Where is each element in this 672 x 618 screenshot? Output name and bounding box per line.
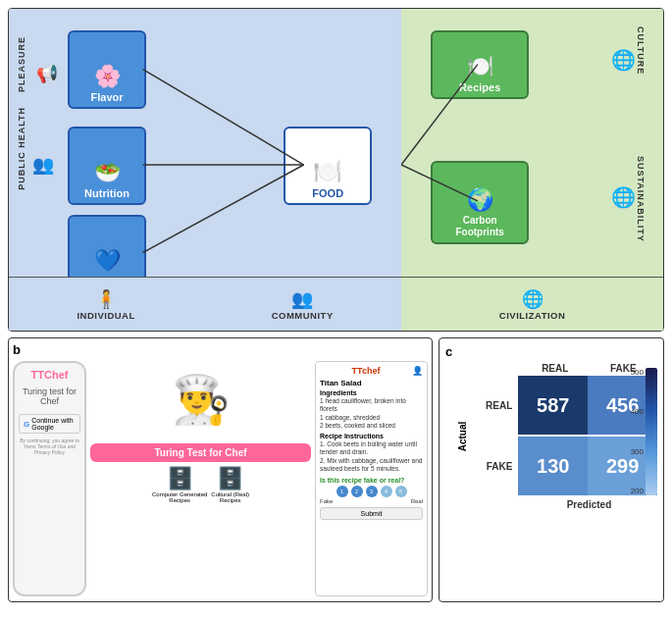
culture-label: CULTURE [636, 26, 646, 75]
fine-print: By continuing, you agree to Yamo Terms o… [19, 438, 80, 455]
recipes-node: 🍽️ Recipes [431, 30, 529, 99]
panel-a-right: CULTURE SUSTAINABILITY 🌐 🌐 🍽️ Recipes 🌍 … [401, 9, 663, 331]
recipes-icon: 🍽️ [467, 54, 493, 79]
phone-mockup: TTChef Turing test for Chef G Continue w… [13, 361, 86, 596]
panel-b-label: b [13, 342, 428, 357]
chef-emoji: 👨‍🍳 [172, 373, 231, 428]
colorbar-300: 300 [631, 447, 644, 456]
panel-c: c Actual REAL FAKE REAL 587 456 FAKE [439, 337, 664, 602]
phone-tagline: Turing test for Chef [19, 386, 80, 406]
actual-label: Actual [457, 422, 468, 452]
recipe-title: Titan Salad [320, 379, 423, 387]
chef-illustration: 👨‍🍳 [90, 361, 311, 439]
colorbar-500: 500 [631, 368, 644, 377]
instructions-label: Recipe Instructions [320, 433, 423, 439]
rating-dot-3[interactable]: 3 [366, 486, 378, 497]
svg-line-0 [143, 70, 304, 165]
rating-dot-4[interactable]: 4 [381, 486, 392, 497]
globe-culture-icon: 🌐 [611, 48, 636, 72]
panel-bc: b TTChef Turing test for Chef G Continue… [8, 337, 664, 602]
flavor-icon: 🌸 [94, 64, 121, 89]
fake-real-labels: Fake Real [320, 498, 423, 504]
cg-db: 🗄️ Computer Generated Recipes [152, 466, 207, 503]
community-icon: 👥 [291, 288, 313, 310]
confusion-matrix-wrapper: Actual REAL FAKE REAL 587 456 FAKE 130 2… [445, 363, 657, 510]
row-label-fake: FAKE [467, 461, 518, 472]
rating-dot-1[interactable]: 1 [336, 486, 348, 497]
svg-line-2 [143, 165, 304, 252]
google-btn[interactable]: G Continue with Google [19, 414, 80, 434]
carbon-node: 🌍 Carbon Footprints [431, 161, 529, 244]
colorbar-gradient [646, 368, 657, 495]
google-g-icon: G [24, 420, 29, 429]
individual-group: 🧍 INDIVIDUAL [77, 288, 134, 321]
community-group: 👥 COMMUNITY [272, 288, 334, 321]
cm-row-fake: FAKE 130 299 [467, 437, 657, 495]
rating-dots: 1 2 3 4 5 [320, 486, 423, 497]
cm-cell-130: 130 [518, 437, 588, 495]
health-icon: 💙 [94, 248, 121, 274]
ingredients-text: 1 head cauliflower, broken into florets … [320, 397, 423, 431]
submit-button[interactable]: Submit [320, 507, 423, 520]
carbon-icon: 🌍 [467, 187, 493, 213]
panel-b-middle: 👨‍🍳 Turing Test for Chef 🗄️ Computer Gen… [90, 361, 311, 596]
rating-dot-2[interactable]: 2 [351, 486, 363, 497]
turing-badge: Turing Test for Chef [90, 443, 311, 462]
db-icons: 🗄️ Computer Generated Recipes 🗄️ Cultura… [90, 466, 311, 503]
globe-sustainability-icon: 🌐 [611, 185, 636, 209]
cultural-icon: 🗄️ [217, 466, 243, 491]
col-header-real: REAL [521, 363, 590, 374]
food-node: 🍽️ FOOD [284, 127, 372, 205]
rating-question: Is this recipe fake or real? [320, 477, 423, 484]
predicted-label: Predicted [521, 499, 657, 510]
cultural-db: 🗄️ Cultural (Real) Recipes [211, 466, 249, 503]
colorbar [646, 368, 657, 495]
nutrition-node: 🥗 Nutrition [68, 127, 146, 205]
colorbar-400: 400 [631, 407, 644, 416]
civilization-icon: 🌐 [522, 288, 543, 310]
main-container: a PLEASURE PUBLIC HEALTH 📢 👥 🌸 Flavor 🥗 … [0, 0, 672, 618]
pleasure-label: PLEASURE [17, 36, 26, 92]
cg-icon: 🗄️ [167, 466, 193, 491]
instructions-text: 1. Cook beets in boiling water until ten… [320, 440, 423, 474]
recipe-card: TTchef 👤 Titan Salad Ingredients 1 head … [315, 361, 428, 596]
food-icon: 🍽️ [313, 158, 342, 185]
bottom-left: 🧍 INDIVIDUAL 👥 COMMUNITY [9, 277, 401, 331]
cm-cell-587: 587 [518, 376, 588, 435]
civilization-group: 🌐 CIVILIZATION [401, 277, 663, 331]
colorbar-labels: 500 400 300 200 [631, 368, 644, 495]
user-icon: 👤 [412, 366, 423, 376]
panel-c-label: c [445, 344, 657, 359]
cm-row-real: REAL 587 456 [467, 376, 657, 435]
recipe-header: TTchef 👤 [320, 366, 423, 376]
publichealth-label: PUBLIC HEALTH [17, 107, 26, 190]
panel-b-inner: TTChef Turing test for Chef G Continue w… [13, 361, 428, 596]
panel-a-left: PLEASURE PUBLIC HEALTH 📢 👥 🌸 Flavor 🥗 Nu… [9, 9, 401, 331]
ingredients-label: Ingredients [320, 389, 423, 396]
flavor-node: 🌸 Flavor [68, 30, 146, 109]
speaker-icon: 📢 [36, 63, 58, 84]
colorbar-200: 200 [631, 487, 644, 495]
panel-a: a PLEASURE PUBLIC HEALTH 📢 👥 🌸 Flavor 🥗 … [8, 8, 664, 332]
nutrition-icon: 🥗 [94, 160, 121, 185]
people-icon: 👥 [32, 154, 54, 176]
rating-dot-5[interactable]: 5 [395, 486, 407, 497]
row-label-real: REAL [467, 400, 518, 411]
sustainability-label: SUSTAINABILITY [636, 156, 646, 242]
individual-icon: 🧍 [95, 288, 117, 310]
app-name: TTChef [31, 369, 69, 381]
panel-b: b TTChef Turing test for Chef G Continue… [8, 337, 433, 602]
